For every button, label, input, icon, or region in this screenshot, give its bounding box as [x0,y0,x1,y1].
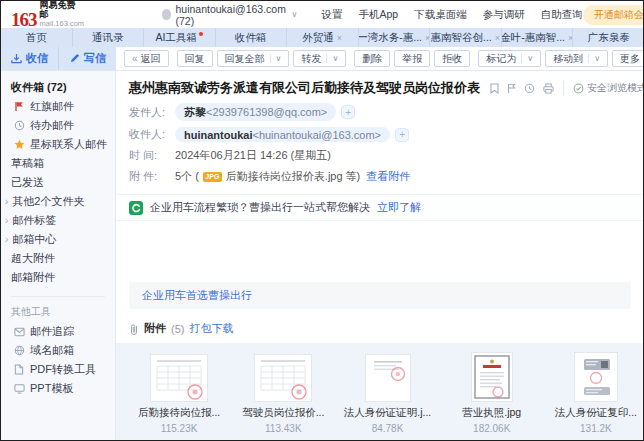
attachment-name: 驾驶员岗位报价... [236,406,330,420]
jpg-file-icon: JPG [203,172,222,182]
first-attachment-name[interactable]: 后勤接待岗位报价表.jpg [226,169,343,184]
receive-mail-button[interactable]: 收信 [1,47,59,70]
sidebar-item-mail-attachments[interactable]: 邮箱附件 [1,268,115,287]
attachment-size: 131.2K [549,423,643,434]
attachments-label: 附 件: [129,169,175,184]
shield-check-icon [573,83,584,94]
attachment-item[interactable]: 后勤接待岗位报... 115.23K [132,353,226,434]
nav-desktop-client[interactable]: 下载桌面端 [414,8,467,22]
mail-subject: 惠州惠南致诚劳务派遣有限公司后勤接待及驾驶员岗位报价表 [129,79,480,97]
schedule-icon[interactable] [524,83,535,94]
nav-settings[interactable]: 设置 [321,8,342,22]
nav-self-service[interactable]: 自助查询 [541,8,583,22]
view-attachments-link[interactable]: 查看附件 [366,169,410,184]
ppt-icon [13,383,25,395]
sidebar-item-other-folders[interactable]: ›其他2个文件夹 [1,192,115,211]
folder-sidebar: 收件箱 (72) 红旗邮件 待办邮件 星标联系人邮件 草稿箱 已发送 ›其他2个… [1,71,116,440]
move-to-button[interactable]: 移动到∨ [545,50,608,67]
close-icon[interactable]: × [495,33,500,43]
attachments-section-title: 附件 [144,321,166,336]
tab-mail-4[interactable]: 广东泉泰 [573,28,643,47]
tab-ai-toolbox[interactable]: AI工具箱 [144,28,216,47]
top-header: 163 网易免费邮 mail.163.com huinantoukai@163.… [1,1,643,28]
flag-icon[interactable] [507,83,516,94]
more-button[interactable]: 更多∨ [612,50,643,67]
sender-contact-pill[interactable]: 苏黎<2939761398@qq.com> [175,103,336,121]
add-contact-button[interactable]: + [341,105,355,119]
tab-foreign-trade[interactable]: 外贸通× [287,28,359,47]
back-button[interactable]: «返回 [124,50,169,67]
nav-mobile-app[interactable]: 手机App [358,8,398,22]
paperclip-icon [129,323,139,335]
sidebar-item-flagged[interactable]: 红旗邮件 [1,97,115,116]
caocao-logo-icon [129,201,143,215]
report-button[interactable]: 举报 [394,50,430,67]
clock-icon [13,120,25,132]
mail-body [129,221,633,282]
toolbar: 收信 写信 «返回 回复 回复全部∨ 转发∨ 删除 举报 拒收 标记为∨ 移动到… [1,47,643,71]
logo-brand-name: 网易免费邮 [40,1,85,19]
attachment-size: 113.43K [236,423,330,434]
tab-home[interactable]: 首页 [1,28,73,47]
star-icon [13,139,25,151]
attachment-item[interactable]: 法人身份证复印... 131.2K [549,353,643,434]
ad-banner-link[interactable]: 立即了解 [377,200,421,215]
chevron-down-icon[interactable]: ∨ [270,54,282,63]
tab-inbox[interactable]: 收件箱 [216,28,288,47]
chevron-down-icon[interactable]: ∨ [326,54,338,63]
tab-mail-3[interactable]: 金叶-惠南智...× [502,28,574,47]
sidebar-item-mail-tracking[interactable]: 邮件追踪 [1,322,115,341]
attachment-size: 182.06K [445,423,539,434]
mark-as-button[interactable]: 标记为∨ [478,50,541,67]
chevron-down-icon[interactable]: ∨ [521,54,533,63]
mail-reading-pane: 惠州惠南致诚劳务派遣有限公司后勤接待及驾驶员岗位报价表 安全浏览模式 ∨ 发件人… [116,71,643,440]
write-mail-button[interactable]: 写信 [59,47,116,70]
tab-contacts[interactable]: 通讯录 [73,28,145,47]
reply-button[interactable]: 回复 [177,50,213,67]
from-label: 发件人: [129,105,175,120]
member-upgrade-button[interactable]: 开通邮箱会员 618 [583,5,644,25]
sidebar-item-todo[interactable]: 待办邮件 [1,116,115,135]
attachment-name: 后勤接待岗位报... [132,406,226,420]
top-nav: 设置 手机App 下载桌面端 参与调研 自助查询 [321,8,582,22]
sidebar-item-domain-mail[interactable]: 域名邮箱 [1,341,115,360]
print-icon[interactable] [543,83,554,94]
delete-button[interactable]: 删除 [354,50,390,67]
chevron-down-icon[interactable]: ∨ [588,54,600,63]
receive-icon [11,53,22,64]
close-icon[interactable]: × [337,33,342,43]
bookmark-icon[interactable] [490,83,499,94]
forward-button[interactable]: 转发∨ [293,50,346,67]
ad-banner[interactable]: 企业用车流程繁琐？曹操出行一站式帮您解决 立即了解 [116,194,643,221]
globe-icon [13,345,25,357]
account-menu[interactable]: huinantoukai@163.com (72) ∨ [162,3,297,27]
sidebar-item-sent[interactable]: 已发送 [1,173,115,192]
download-all-link[interactable]: 打包下载 [189,321,233,336]
attachment-item[interactable]: 法人身份证证明.j... 84.78K [340,353,434,434]
body-ad-strip: 企业用车首选曹操出行 [129,282,631,309]
reply-all-button[interactable]: 回复全部∨ [217,50,290,67]
add-contact-button[interactable]: + [395,128,409,142]
sidebar-item-labels[interactable]: ›邮件标签 [1,211,115,230]
ad-banner-text: 企业用车流程繁琐？曹操出行一站式帮您解决 [150,200,370,215]
mail-actions: «返回 回复 回复全部∨ 转发∨ 删除 举报 拒收 标记为∨ 移动到∨ 更多∨ [116,47,643,70]
sidebar-item-big-attachments[interactable]: 超大附件 [1,249,115,268]
nav-survey[interactable]: 参与调研 [483,8,525,22]
reject-button[interactable]: 拒收 [434,50,470,67]
attachment-item[interactable]: 营业执照.jpg 182.06K [445,353,539,434]
sidebar-item-pdf-tool[interactable]: PDF转换工具 [1,360,115,379]
sidebar-item-drafts[interactable]: 草稿箱 [1,154,115,173]
sidebar-item-starred-contacts[interactable]: 星标联系人邮件 [1,135,115,154]
tab-mail-2[interactable]: 惠南智谷创...× [430,28,502,47]
sidebar-item-mail-center[interactable]: ›邮箱中心 [1,230,115,249]
attachment-item[interactable]: 驾驶员岗位报价... 113.43K [236,353,330,434]
attachments-panel: 后勤接待岗位报... 115.23K 驾驶员岗位报价... 113.43K 法人… [116,343,643,440]
safe-browse-mode-toggle[interactable]: 安全浏览模式 ∨ [563,81,643,95]
sidebar-item-ppt-templates[interactable]: PPT模板 [1,379,115,398]
body-ad-link[interactable]: 企业用车首选曹操出行 [142,289,252,301]
163-logo[interactable]: 163 网易免费邮 mail.163.com [11,1,84,28]
sidebar-item-inbox[interactable]: 收件箱 (72) [1,78,115,97]
recipient-contact-pill[interactable]: huinantoukai<huinantoukai@163.com> [175,127,390,142]
envelope-icon [13,326,25,338]
tab-mail-1[interactable]: 一湾水务-惠...× [359,28,431,47]
